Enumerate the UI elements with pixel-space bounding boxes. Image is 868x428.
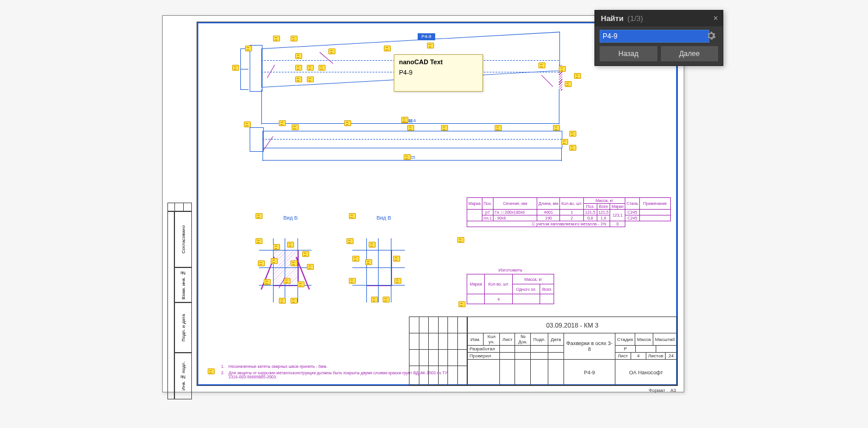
comment-icon[interactable] [441, 125, 448, 131]
comment-icon[interactable] [279, 120, 286, 126]
binding-column: Согласовано Взам. инв. № Подп. и дата Ин… [174, 211, 192, 399]
comment-icon[interactable] [349, 213, 356, 219]
comment-icon[interactable] [427, 43, 434, 48]
side-view-2: Вид А 4535 [250, 127, 562, 168]
find-input[interactable] [600, 30, 709, 43]
comment-icon[interactable] [328, 48, 335, 54]
comment-icon[interactable] [271, 258, 278, 264]
section-V-title: Вид В [349, 215, 419, 221]
comment-icon[interactable] [553, 125, 560, 131]
fab-table: Изготовить МаркаКол-во, шт.Масса, кг Одн… [467, 267, 554, 304]
comment-icon[interactable] [349, 278, 356, 284]
drawing-sheet: Согласовано Взам. инв. № Подп. и дата Ин… [162, 15, 684, 392]
comment-icon[interactable] [208, 368, 215, 374]
comment-icon[interactable] [569, 131, 576, 137]
comment-icon[interactable] [365, 259, 372, 265]
comment-icon[interactable] [290, 36, 298, 41]
find-title-bar[interactable]: Найти (1/3) × [595, 11, 723, 26]
comment-icon[interactable] [245, 46, 252, 51]
comment-icon[interactable] [295, 76, 302, 82]
close-icon[interactable]: × [713, 13, 718, 23]
comment-icon[interactable] [369, 242, 376, 248]
bind-inv: Инв. № подл. [174, 353, 192, 399]
table-row: p7Гн. □ 200x100x646011121,5121,5123,1C24… [467, 210, 671, 215]
section-V: Вид В [349, 227, 419, 320]
comment-icon[interactable] [407, 125, 414, 131]
comment-icon[interactable] [559, 66, 566, 72]
comment-icon[interactable] [371, 297, 378, 302]
comment-icon[interactable] [264, 279, 271, 285]
comment-icon[interactable] [292, 124, 299, 130]
drawing-designation: P4-9 [564, 360, 615, 385]
section-B-title: Вид Б [256, 215, 326, 221]
fab-table-title: Изготовить [467, 267, 554, 273]
tooltip: nanoCAD Text P4-9 [394, 54, 483, 92]
comment-icon[interactable] [273, 36, 280, 41]
bind-sogl: Согласовано [174, 211, 192, 267]
comment-icon[interactable] [298, 281, 304, 287]
comment-icon[interactable] [495, 125, 502, 131]
gear-icon[interactable] [706, 31, 717, 41]
tooltip-body: P4-9 [399, 69, 478, 76]
comment-icon[interactable] [295, 65, 302, 71]
find-panel: Найти (1/3) × Назад Далее [594, 10, 723, 66]
comment-icon[interactable] [287, 242, 294, 248]
comment-icon[interactable] [295, 53, 302, 59]
comment-icon[interactable] [457, 237, 464, 243]
notes: 1.Неозначенные катеты сварных швов приня… [208, 363, 453, 381]
tooltip-title: nanoCAD Text [399, 58, 478, 65]
structure-name: Фахверки в осях 3-8 [564, 333, 615, 360]
comment-icon[interactable] [561, 139, 568, 145]
comment-icon[interactable] [344, 120, 351, 126]
format-label: Формат А3 [649, 388, 676, 393]
comment-icon[interactable] [307, 76, 314, 82]
comment-icon[interactable] [404, 154, 411, 160]
comment-icon[interactable] [307, 65, 314, 71]
section-B: Вид Б [256, 227, 326, 320]
comment-icon[interactable] [346, 238, 354, 244]
comment-icon[interactable] [244, 121, 251, 127]
comment-icon[interactable] [290, 260, 298, 266]
comment-icon[interactable] [459, 301, 466, 307]
comment-icon[interactable] [569, 145, 576, 151]
material-table: Марка Поз. Сечение, мм Длина, мм Кол-во,… [467, 197, 671, 227]
comment-icon[interactable] [538, 62, 545, 68]
comment-icon[interactable] [394, 278, 401, 284]
bind-podp: Подп. и дата [174, 302, 192, 353]
comment-icon[interactable] [352, 256, 359, 262]
comment-icon[interactable] [290, 298, 298, 304]
comment-icon[interactable] [232, 65, 239, 71]
comment-icon[interactable] [401, 117, 408, 123]
comment-icon[interactable] [565, 81, 572, 87]
comment-icon[interactable] [383, 297, 390, 302]
table-row: 4 [467, 294, 554, 304]
binding-top [167, 203, 192, 211]
binding-outer [167, 211, 174, 399]
comment-icon[interactable] [318, 65, 326, 71]
comment-icon[interactable] [302, 251, 309, 257]
comment-icon[interactable] [256, 213, 262, 219]
bind-vzam: Взам. инв. № [174, 267, 192, 302]
comment-icon[interactable] [273, 244, 280, 250]
comment-icon[interactable] [258, 260, 265, 266]
find-count: (1/3) [628, 14, 643, 23]
project-code: 03.09.2018 - КМ 3 [468, 317, 677, 333]
find-title-text: Найти [601, 14, 624, 23]
company: ОА Нанософт [615, 360, 677, 385]
comment-icon[interactable] [574, 73, 581, 79]
find-next-button[interactable]: Далее [661, 46, 719, 61]
comment-icon[interactable] [307, 264, 314, 270]
comment-icon[interactable] [279, 298, 286, 304]
table-row: пл.1- 90x619020,81,6C245 [467, 215, 671, 221]
comment-icon[interactable] [256, 238, 262, 244]
comment-icon[interactable] [393, 256, 400, 262]
title-block: 03.09.2018 - КМ 3 Изм.Кол уч.Лист№ Док.П… [467, 316, 677, 385]
find-back-button[interactable]: Назад [600, 46, 657, 61]
comment-icon[interactable] [384, 46, 391, 51]
